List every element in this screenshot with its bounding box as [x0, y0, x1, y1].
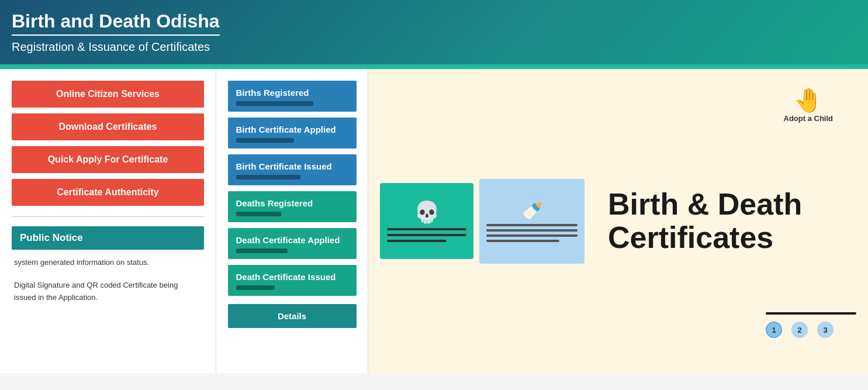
- public-notice-text2: Digital Signature and QR coded Certifica…: [12, 279, 204, 304]
- stat-label-death-cert-issued: Death Certificate Issued: [228, 265, 357, 285]
- promo-title: Birth & Death Certificates: [608, 188, 802, 254]
- adopt-hand-icon: 🤚: [794, 87, 823, 114]
- pagination[interactable]: 1 2 3: [766, 322, 834, 338]
- cert-line-7: [486, 240, 559, 242]
- stat-bar-births-registered: [236, 101, 313, 106]
- stat-label-birth-cert-issued: Birth Certificate Issued: [228, 154, 357, 175]
- adopt-label: Adopt a Child: [784, 114, 834, 123]
- cert-line-6: [486, 234, 577, 237]
- sidebar-divider: [12, 216, 204, 217]
- promo-inner: 💀 🍼 Birth & Death: [380, 81, 856, 361]
- header-bar: [0, 64, 868, 69]
- stat-bar-deaths-registered: [236, 212, 281, 216]
- online-citizen-services-button[interactable]: Online Citizen Services: [12, 81, 204, 108]
- stat-bar-death-cert-issued: [236, 285, 275, 290]
- stat-death-cert-applied: Death Certificate Applied: [228, 228, 357, 259]
- stat-label-births-registered: Births Registered: [228, 81, 357, 101]
- promo-title-area: Birth & Death Certificates: [602, 188, 802, 254]
- stat-deaths-registered: Deaths Registered: [228, 191, 357, 222]
- stroller-icon: 🍼: [521, 201, 543, 221]
- stat-bar-death-cert-applied: [236, 249, 288, 253]
- public-notice-text1: system generated information on status.: [12, 257, 204, 269]
- cert-line-2: [387, 234, 466, 236]
- certificate-authenticity-button[interactable]: Certificate Authenticity: [12, 179, 204, 206]
- promo-divider: [766, 312, 856, 315]
- stat-birth-cert-issued: Birth Certificate Issued: [228, 154, 357, 185]
- promo-panel: 🤚 Adopt a Child 💀 🍼: [368, 69, 868, 373]
- public-notice-header: Public Notice: [12, 226, 204, 250]
- cert-line-3: [387, 240, 447, 242]
- stat-label-deaths-registered: Deaths Registered: [228, 191, 357, 212]
- download-certificates-button[interactable]: Download Certificates: [12, 113, 204, 140]
- stat-birth-cert-applied: Birth Certificate Applied: [228, 118, 357, 149]
- promo-title-line1: Birth & Death: [608, 187, 802, 221]
- stat-births-registered: Births Registered: [228, 81, 357, 112]
- cert-line-1: [387, 228, 466, 230]
- stat-death-cert-issued: Death Certificate Issued: [228, 265, 357, 296]
- header-subtitle: Registration & Issuance of Certificates: [12, 40, 850, 54]
- stat-label-birth-cert-applied: Birth Certificate Applied: [228, 118, 357, 138]
- cert-illustrations: 💀 🍼: [380, 179, 585, 264]
- birth-cert-illustration: 🍼: [479, 179, 585, 264]
- pagination-dot-2[interactable]: 2: [791, 322, 808, 338]
- stat-bar-birth-cert-applied: [236, 138, 294, 143]
- promo-title-line2: Certificates: [608, 220, 773, 254]
- skull-icon: 💀: [414, 200, 440, 225]
- quick-apply-button[interactable]: Quick Apply For Certificate: [12, 146, 204, 173]
- stat-label-death-cert-applied: Death Certificate Applied: [228, 228, 357, 249]
- header: Birth and Death Odisha Registration & Is…: [0, 0, 868, 64]
- header-title: Birth and Death Odisha: [12, 11, 220, 36]
- adopt-child-section: 🤚 Adopt a Child: [784, 87, 834, 123]
- stat-bar-birth-cert-issued: [236, 175, 300, 180]
- cert-line-5: [486, 229, 577, 232]
- pagination-dot-1[interactable]: 1: [766, 322, 782, 338]
- death-cert-illustration: 💀: [380, 183, 473, 259]
- stats-panel: Births Registered Birth Certificate Appl…: [216, 69, 368, 373]
- sidebar: Online Citizen Services Download Certifi…: [0, 69, 216, 373]
- cert-line-4: [486, 224, 577, 226]
- pagination-dot-3[interactable]: 3: [817, 322, 834, 338]
- main-content: Online Citizen Services Download Certifi…: [0, 69, 868, 373]
- details-button[interactable]: Details: [228, 304, 357, 328]
